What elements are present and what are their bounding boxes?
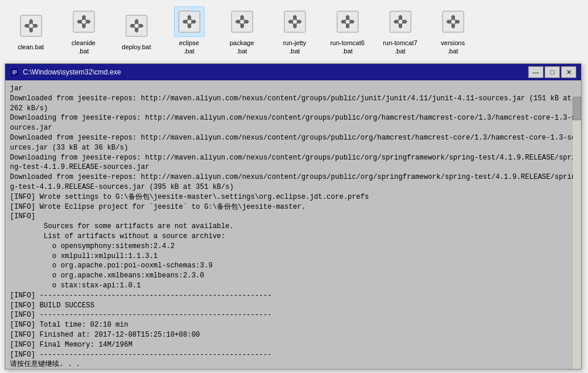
scrollbar-thumb[interactable] bbox=[573, 97, 581, 120]
svg-point-21 bbox=[81, 20, 86, 24]
file-label-clean: clean.bat bbox=[18, 43, 44, 51]
file-icon-package[interactable]: package.bat bbox=[220, 6, 264, 55]
cmd-line: Downloading from jeesite-repos: http://m… bbox=[10, 113, 576, 133]
cmd-window: C:\Windows\system32\cmd.exe — □ ✕ jarDow… bbox=[5, 63, 582, 369]
file-icon-img-run-tomcat6 bbox=[332, 6, 363, 37]
cmd-line: o org.apache.poi:poi-ooxml-schemas:3.9 bbox=[10, 261, 576, 271]
cmd-icon bbox=[10, 67, 19, 77]
cmd-window-controls: — □ ✕ bbox=[528, 66, 576, 78]
cmd-line: Downloaded from jeesite-repos: http://ma… bbox=[10, 133, 576, 153]
file-icon-img-run-tomcat7 bbox=[385, 6, 416, 37]
cmd-line: Downloaded from jeesite-repos: http://ma… bbox=[10, 172, 576, 192]
cmd-line: o stax:stax-api:1.0.1 bbox=[10, 281, 576, 291]
cmd-body: jarDownloaded from jeesite-repos: http:/… bbox=[5, 80, 581, 369]
file-label-eclipse: eclipse.bat bbox=[179, 39, 199, 55]
close-button[interactable]: ✕ bbox=[561, 66, 576, 78]
file-icon-img-versions bbox=[438, 6, 468, 37]
cmd-line: o xmlpull:xmlpull:1.1.3.1 bbox=[10, 252, 576, 262]
cmd-line: [INFO] Final Memory: 14M/196M bbox=[10, 340, 576, 350]
file-label-deploy: deploy.bat bbox=[122, 43, 151, 51]
svg-point-65 bbox=[293, 20, 297, 24]
cmd-line: [INFO] Wrote Eclipse project for `jeesit… bbox=[10, 202, 576, 212]
file-icon-img-package bbox=[227, 6, 257, 37]
file-label-run-tomcat7: run-tomcat7.bat bbox=[383, 39, 417, 55]
file-icon-deploy[interactable]: deploy.bat bbox=[114, 11, 158, 51]
svg-point-98 bbox=[451, 20, 455, 24]
cmd-line: [INFO] Finished at: 2017-12-08T15:25:10+… bbox=[10, 330, 576, 340]
scrollbar[interactable] bbox=[573, 97, 581, 369]
file-icon-img-clean bbox=[16, 11, 46, 41]
file-icon-img-deploy bbox=[121, 11, 152, 41]
file-icon-img-cleanide bbox=[69, 6, 99, 37]
svg-point-32 bbox=[134, 23, 138, 28]
cmd-line: Downloaded from jeesite-repos: http://ma… bbox=[10, 94, 576, 114]
cmd-line: Sources for some artifacts are not avail… bbox=[10, 222, 576, 232]
minimize-button[interactable]: — bbox=[528, 66, 543, 78]
file-label-versions: versions.bat bbox=[441, 39, 465, 55]
svg-rect-101 bbox=[12, 72, 17, 73]
cmd-line: [INFO] ---------------------------------… bbox=[10, 310, 576, 320]
cmd-line: o org.apache.xmlbeans:xmlbeans:2.3.0 bbox=[10, 271, 576, 281]
cmd-line: [INFO] ---------------------------------… bbox=[10, 350, 576, 360]
cmd-line: jar bbox=[10, 84, 576, 94]
file-icon-clean[interactable]: clean.bat bbox=[9, 11, 53, 51]
cmd-line: List of artifacts without a source archi… bbox=[10, 232, 576, 242]
file-icon-img-eclipse bbox=[174, 6, 205, 37]
file-icon-eclipse[interactable]: eclipse.bat bbox=[167, 6, 211, 55]
svg-point-76 bbox=[345, 20, 349, 24]
file-icon-run-jetty[interactable]: run-jetty.bat bbox=[273, 6, 317, 55]
svg-rect-102 bbox=[12, 73, 15, 74]
file-icon-run-tomcat6[interactable]: run-tomcat6.bat bbox=[325, 6, 369, 55]
file-label-package: package.bat bbox=[230, 39, 254, 55]
cmd-line: [INFO] ---------------------------------… bbox=[10, 291, 576, 301]
svg-point-10 bbox=[29, 23, 33, 28]
svg-point-87 bbox=[398, 20, 402, 24]
cmd-titlebar: C:\Windows\system32\cmd.exe — □ ✕ bbox=[5, 64, 581, 80]
desktop-area: clean.bat cleanide.bat bbox=[0, 0, 588, 62]
cmd-line: o opensymphony:sitemesh:2.4.2 bbox=[10, 242, 576, 252]
cmd-line: 请按任意键继续. . . bbox=[10, 360, 576, 368]
cmd-line: [INFO] bbox=[10, 212, 576, 222]
cmd-line: [INFO] Wrote settings to G:\备份包\jeesite-… bbox=[10, 192, 576, 202]
svg-point-43 bbox=[187, 20, 191, 24]
file-icon-run-tomcat7[interactable]: run-tomcat7.bat bbox=[378, 6, 422, 55]
file-icon-versions[interactable]: versions.bat bbox=[431, 6, 475, 55]
cmd-line: Downloading from jeesite-repos: http://m… bbox=[10, 153, 576, 173]
file-label-run-tomcat6: run-tomcat6.bat bbox=[330, 39, 365, 55]
svg-rect-100 bbox=[12, 70, 17, 72]
cmd-line: [INFO] Total time: 02:10 min bbox=[10, 320, 576, 330]
file-label-run-jetty: run-jetty.bat bbox=[283, 39, 307, 55]
svg-point-54 bbox=[240, 20, 244, 24]
file-icon-img-run-jetty bbox=[280, 6, 310, 37]
cmd-line: [INFO] BUILD SUCCESS bbox=[10, 301, 576, 311]
maximize-button[interactable]: □ bbox=[545, 66, 560, 78]
cmd-console: jarDownloaded from jeesite-repos: http:/… bbox=[6, 82, 580, 368]
file-label-cleanide: cleanide.bat bbox=[72, 39, 96, 55]
file-icon-cleanide[interactable]: cleanide.bat bbox=[62, 6, 106, 55]
cmd-title: C:\Windows\system32\cmd.exe bbox=[23, 68, 528, 76]
